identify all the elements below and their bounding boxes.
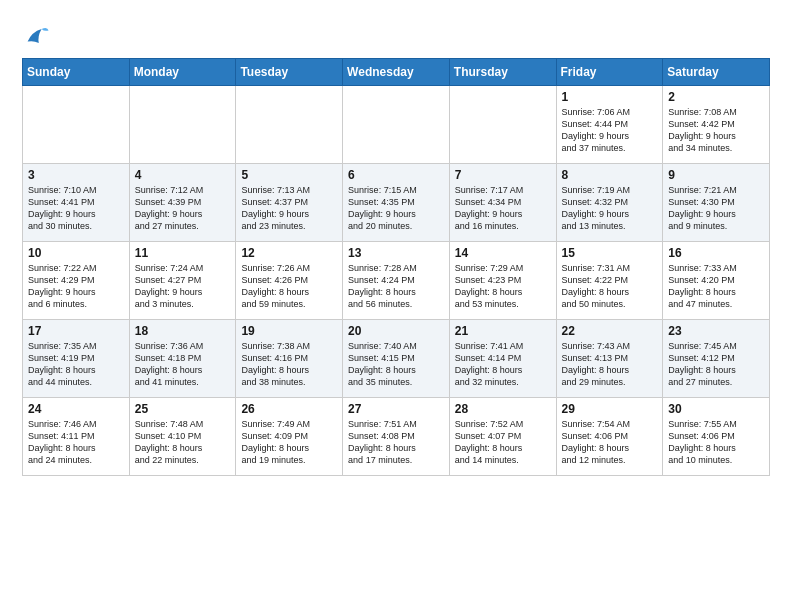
calendar-cell: 19Sunrise: 7:38 AMSunset: 4:16 PMDayligh…: [236, 320, 343, 398]
day-info: Sunrise: 7:41 AMSunset: 4:14 PMDaylight:…: [455, 340, 551, 389]
calendar-cell: 4Sunrise: 7:12 AMSunset: 4:39 PMDaylight…: [129, 164, 236, 242]
day-info: Sunrise: 7:51 AMSunset: 4:08 PMDaylight:…: [348, 418, 444, 467]
col-header-monday: Monday: [129, 59, 236, 86]
day-number: 5: [241, 168, 337, 182]
day-info: Sunrise: 7:08 AMSunset: 4:42 PMDaylight:…: [668, 106, 764, 155]
col-header-sunday: Sunday: [23, 59, 130, 86]
calendar-cell: 28Sunrise: 7:52 AMSunset: 4:07 PMDayligh…: [449, 398, 556, 476]
day-number: 1: [562, 90, 658, 104]
col-header-saturday: Saturday: [663, 59, 770, 86]
calendar-cell: 11Sunrise: 7:24 AMSunset: 4:27 PMDayligh…: [129, 242, 236, 320]
day-number: 8: [562, 168, 658, 182]
calendar-header-row: SundayMondayTuesdayWednesdayThursdayFrid…: [23, 59, 770, 86]
day-info: Sunrise: 7:06 AMSunset: 4:44 PMDaylight:…: [562, 106, 658, 155]
day-info: Sunrise: 7:22 AMSunset: 4:29 PMDaylight:…: [28, 262, 124, 311]
day-number: 11: [135, 246, 231, 260]
day-number: 3: [28, 168, 124, 182]
calendar-table: SundayMondayTuesdayWednesdayThursdayFrid…: [22, 58, 770, 476]
day-number: 12: [241, 246, 337, 260]
day-number: 9: [668, 168, 764, 182]
calendar-cell: 7Sunrise: 7:17 AMSunset: 4:34 PMDaylight…: [449, 164, 556, 242]
calendar-cell: 23Sunrise: 7:45 AMSunset: 4:12 PMDayligh…: [663, 320, 770, 398]
day-info: Sunrise: 7:55 AMSunset: 4:06 PMDaylight:…: [668, 418, 764, 467]
calendar-cell: 27Sunrise: 7:51 AMSunset: 4:08 PMDayligh…: [343, 398, 450, 476]
day-number: 6: [348, 168, 444, 182]
calendar-cell: 30Sunrise: 7:55 AMSunset: 4:06 PMDayligh…: [663, 398, 770, 476]
day-info: Sunrise: 7:40 AMSunset: 4:15 PMDaylight:…: [348, 340, 444, 389]
calendar-cell: 8Sunrise: 7:19 AMSunset: 4:32 PMDaylight…: [556, 164, 663, 242]
day-info: Sunrise: 7:48 AMSunset: 4:10 PMDaylight:…: [135, 418, 231, 467]
day-number: 17: [28, 324, 124, 338]
week-row-1: 1Sunrise: 7:06 AMSunset: 4:44 PMDaylight…: [23, 86, 770, 164]
calendar-cell: 18Sunrise: 7:36 AMSunset: 4:18 PMDayligh…: [129, 320, 236, 398]
day-info: Sunrise: 7:36 AMSunset: 4:18 PMDaylight:…: [135, 340, 231, 389]
day-info: Sunrise: 7:13 AMSunset: 4:37 PMDaylight:…: [241, 184, 337, 233]
day-info: Sunrise: 7:35 AMSunset: 4:19 PMDaylight:…: [28, 340, 124, 389]
col-header-thursday: Thursday: [449, 59, 556, 86]
day-info: Sunrise: 7:17 AMSunset: 4:34 PMDaylight:…: [455, 184, 551, 233]
day-info: Sunrise: 7:38 AMSunset: 4:16 PMDaylight:…: [241, 340, 337, 389]
day-info: Sunrise: 7:19 AMSunset: 4:32 PMDaylight:…: [562, 184, 658, 233]
page: SundayMondayTuesdayWednesdayThursdayFrid…: [0, 0, 792, 488]
col-header-wednesday: Wednesday: [343, 59, 450, 86]
calendar-cell: 1Sunrise: 7:06 AMSunset: 4:44 PMDaylight…: [556, 86, 663, 164]
day-number: 14: [455, 246, 551, 260]
day-number: 24: [28, 402, 124, 416]
calendar-cell: 6Sunrise: 7:15 AMSunset: 4:35 PMDaylight…: [343, 164, 450, 242]
day-number: 21: [455, 324, 551, 338]
header: [22, 18, 770, 50]
day-number: 22: [562, 324, 658, 338]
calendar-cell: 10Sunrise: 7:22 AMSunset: 4:29 PMDayligh…: [23, 242, 130, 320]
day-info: Sunrise: 7:52 AMSunset: 4:07 PMDaylight:…: [455, 418, 551, 467]
day-number: 7: [455, 168, 551, 182]
day-info: Sunrise: 7:45 AMSunset: 4:12 PMDaylight:…: [668, 340, 764, 389]
day-info: Sunrise: 7:12 AMSunset: 4:39 PMDaylight:…: [135, 184, 231, 233]
calendar-cell: 16Sunrise: 7:33 AMSunset: 4:20 PMDayligh…: [663, 242, 770, 320]
calendar-cell: 22Sunrise: 7:43 AMSunset: 4:13 PMDayligh…: [556, 320, 663, 398]
day-info: Sunrise: 7:33 AMSunset: 4:20 PMDaylight:…: [668, 262, 764, 311]
calendar-cell: 3Sunrise: 7:10 AMSunset: 4:41 PMDaylight…: [23, 164, 130, 242]
calendar-cell: 25Sunrise: 7:48 AMSunset: 4:10 PMDayligh…: [129, 398, 236, 476]
calendar-cell: [236, 86, 343, 164]
day-number: 4: [135, 168, 231, 182]
logo-icon: [22, 22, 50, 50]
day-info: Sunrise: 7:29 AMSunset: 4:23 PMDaylight:…: [455, 262, 551, 311]
day-info: Sunrise: 7:46 AMSunset: 4:11 PMDaylight:…: [28, 418, 124, 467]
day-number: 19: [241, 324, 337, 338]
col-header-tuesday: Tuesday: [236, 59, 343, 86]
day-number: 25: [135, 402, 231, 416]
week-row-3: 10Sunrise: 7:22 AMSunset: 4:29 PMDayligh…: [23, 242, 770, 320]
calendar-cell: 17Sunrise: 7:35 AMSunset: 4:19 PMDayligh…: [23, 320, 130, 398]
calendar-cell: [449, 86, 556, 164]
calendar-cell: 13Sunrise: 7:28 AMSunset: 4:24 PMDayligh…: [343, 242, 450, 320]
day-info: Sunrise: 7:15 AMSunset: 4:35 PMDaylight:…: [348, 184, 444, 233]
week-row-5: 24Sunrise: 7:46 AMSunset: 4:11 PMDayligh…: [23, 398, 770, 476]
calendar-cell: 15Sunrise: 7:31 AMSunset: 4:22 PMDayligh…: [556, 242, 663, 320]
day-info: Sunrise: 7:28 AMSunset: 4:24 PMDaylight:…: [348, 262, 444, 311]
day-info: Sunrise: 7:21 AMSunset: 4:30 PMDaylight:…: [668, 184, 764, 233]
logo: [22, 22, 52, 50]
calendar-cell: 2Sunrise: 7:08 AMSunset: 4:42 PMDaylight…: [663, 86, 770, 164]
day-number: 30: [668, 402, 764, 416]
day-info: Sunrise: 7:43 AMSunset: 4:13 PMDaylight:…: [562, 340, 658, 389]
day-number: 20: [348, 324, 444, 338]
day-number: 2: [668, 90, 764, 104]
calendar-cell: 5Sunrise: 7:13 AMSunset: 4:37 PMDaylight…: [236, 164, 343, 242]
day-info: Sunrise: 7:54 AMSunset: 4:06 PMDaylight:…: [562, 418, 658, 467]
day-number: 28: [455, 402, 551, 416]
day-number: 29: [562, 402, 658, 416]
day-number: 27: [348, 402, 444, 416]
calendar-cell: 21Sunrise: 7:41 AMSunset: 4:14 PMDayligh…: [449, 320, 556, 398]
day-info: Sunrise: 7:49 AMSunset: 4:09 PMDaylight:…: [241, 418, 337, 467]
day-info: Sunrise: 7:10 AMSunset: 4:41 PMDaylight:…: [28, 184, 124, 233]
day-info: Sunrise: 7:26 AMSunset: 4:26 PMDaylight:…: [241, 262, 337, 311]
day-number: 15: [562, 246, 658, 260]
day-number: 18: [135, 324, 231, 338]
calendar-cell: 29Sunrise: 7:54 AMSunset: 4:06 PMDayligh…: [556, 398, 663, 476]
calendar-cell: 14Sunrise: 7:29 AMSunset: 4:23 PMDayligh…: [449, 242, 556, 320]
calendar-cell: 12Sunrise: 7:26 AMSunset: 4:26 PMDayligh…: [236, 242, 343, 320]
day-info: Sunrise: 7:31 AMSunset: 4:22 PMDaylight:…: [562, 262, 658, 311]
day-number: 13: [348, 246, 444, 260]
day-info: Sunrise: 7:24 AMSunset: 4:27 PMDaylight:…: [135, 262, 231, 311]
calendar-cell: [129, 86, 236, 164]
